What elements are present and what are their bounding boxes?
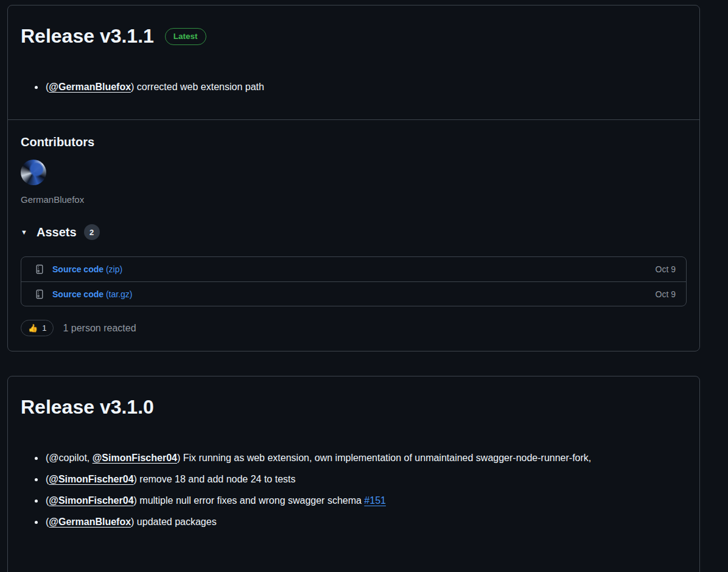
reaction-summary: 1 person reacted	[63, 323, 136, 334]
note-text: ) updated packages	[131, 517, 217, 527]
releases-page: Release v3.1.1 Latest (@GermanBluefox) c…	[0, 0, 728, 572]
release-note: (@GermanBluefox) updated packages	[44, 511, 687, 532]
release-card-main: Release v3.1.1 Latest (@GermanBluefox) c…	[8, 5, 699, 119]
asset-link-source-targz[interactable]: Source code (tar.gz)	[52, 289, 133, 299]
asset-link-source-zip[interactable]: Source code (zip)	[52, 264, 122, 274]
assets-box: Source code (zip) Oct 9 Source code (tar…	[21, 256, 687, 306]
note-text: (@copilot,	[46, 453, 93, 463]
assets-heading: Assets	[37, 224, 77, 240]
release-notes-list: (@GermanBluefox) corrected web extension…	[21, 76, 687, 97]
asset-row-targz: Source code (tar.gz) Oct 9	[21, 281, 686, 306]
release-note: (@GermanBluefox) corrected web extension…	[44, 76, 687, 97]
thumbs-up-icon: 👍	[28, 324, 38, 332]
release-card-main: Release v3.1.0 (@copilot, @SimonFischer0…	[8, 376, 699, 557]
note-text: ) Fix running as web extension, own impl…	[177, 453, 591, 463]
release-notes-list: (@copilot, @SimonFischer04) Fix running …	[21, 447, 687, 533]
reaction-count: 1	[42, 323, 46, 333]
note-text: ) corrected web extension path	[131, 82, 264, 92]
mention-link-simonfischer04[interactable]: @SimonFischer04	[49, 474, 133, 484]
asset-name: Source code	[52, 289, 103, 299]
release-card-footer: Contributors GermanBluefox ▼ Assets 2	[8, 120, 699, 351]
asset-date: Oct 9	[656, 264, 676, 274]
file-zip-icon	[35, 289, 44, 299]
asset-name: Source code	[52, 264, 103, 274]
latest-badge[interactable]: Latest	[165, 28, 206, 45]
asset-format: (zip)	[106, 264, 122, 274]
reactions-row: 👍 1 1 person reacted	[21, 320, 687, 336]
release-note: (@SimonFischer04) multiple null error fi…	[44, 490, 687, 511]
contributors-heading: Contributors	[21, 135, 687, 150]
asset-row-zip: Source code (zip) Oct 9	[21, 257, 686, 281]
contributor-avatar-germanbluefox[interactable]	[21, 160, 46, 185]
release-title: Release v3.1.0	[21, 395, 154, 420]
asset-date: Oct 9	[656, 289, 676, 299]
release-card-v3-1-1: Release v3.1.1 Latest (@GermanBluefox) c…	[7, 5, 700, 351]
note-text: ) remove 18 and add node 24 to tests	[134, 474, 296, 484]
release-header: Release v3.1.0	[21, 395, 687, 420]
mention-link-germanbluefox[interactable]: @GermanBluefox	[49, 82, 131, 92]
mention-link-germanbluefox[interactable]: @GermanBluefox	[49, 517, 131, 527]
release-note: (@SimonFischer04) remove 18 and add node…	[44, 468, 687, 490]
issue-link-151[interactable]: #151	[364, 495, 386, 506]
assets-toggle[interactable]: ▼ Assets 2	[21, 224, 687, 240]
release-title: Release v3.1.1	[21, 24, 154, 49]
contributor-name: GermanBluefox	[21, 194, 687, 206]
mention-link-simonfischer04[interactable]: @SimonFischer04	[49, 495, 133, 506]
assets-count-badge: 2	[84, 224, 100, 240]
mention-link-simonfischer04[interactable]: @SimonFischer04	[93, 453, 177, 463]
chevron-down-icon: ▼	[21, 229, 30, 236]
thumbs-up-reaction-button[interactable]: 👍 1	[21, 320, 54, 336]
asset-format: (tar.gz)	[106, 289, 133, 299]
release-card-v3-1-0: Release v3.1.0 (@copilot, @SimonFischer0…	[7, 376, 700, 572]
release-note: (@copilot, @SimonFischer04) Fix running …	[44, 447, 687, 468]
file-zip-icon	[35, 264, 44, 274]
note-text: ) multiple null error fixes and wrong sw…	[134, 495, 365, 506]
release-header: Release v3.1.1 Latest	[21, 24, 687, 49]
